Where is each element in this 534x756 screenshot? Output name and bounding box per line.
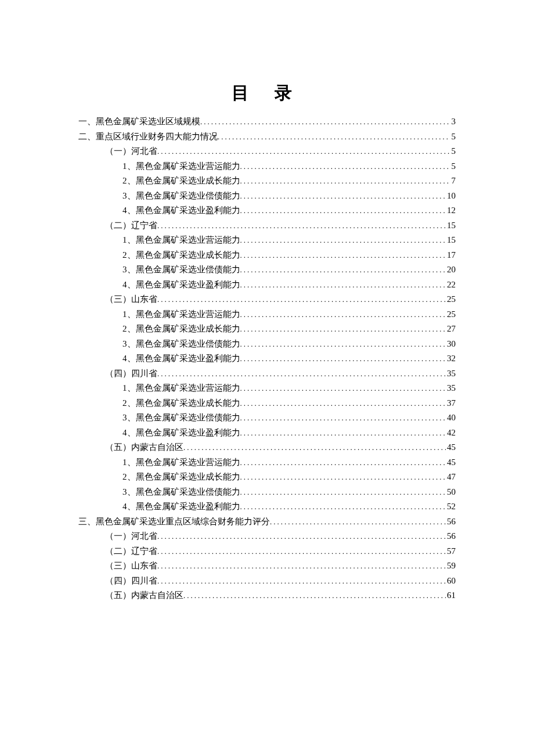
- toc-leader-dots: [240, 381, 446, 396]
- toc-entry-label: 二、重点区域行业财务四大能力情况: [78, 129, 218, 144]
- toc-entry: 3、黑色金属矿采选业偿债能力50: [78, 485, 456, 500]
- toc-leader-dots: [240, 397, 446, 411]
- toc-entry-page: 25: [446, 307, 456, 322]
- toc-entry: 4、黑色金属矿采选业盈利能力12: [78, 203, 456, 218]
- toc-entry: （二）辽宁省15: [78, 218, 456, 233]
- toc-entry-page: 25: [446, 292, 456, 307]
- toc-leader-dots: [157, 559, 446, 574]
- toc-entry: 1、黑色金属矿采选业营运能力25: [78, 307, 456, 322]
- toc-entry-label: （二）辽宁省: [105, 218, 157, 233]
- toc-entry-label: 4、黑色金属矿采选业盈利能力: [122, 351, 240, 366]
- toc-entry-page: 20: [446, 262, 456, 277]
- toc-entry: 2、黑色金属矿采选业成长能力7: [78, 174, 456, 189]
- toc-leader-dots: [157, 367, 446, 381]
- toc-leader-dots: [240, 411, 446, 426]
- toc-entry-label: （三）山东省: [105, 292, 157, 307]
- toc-entry: 2、黑色金属矿采选业成长能力47: [78, 470, 456, 485]
- toc-entry-label: 2、黑色金属矿采选业成长能力: [122, 174, 240, 188]
- toc-leader-dots: [240, 204, 446, 218]
- toc-entry: 4、黑色金属矿采选业盈利能力42: [78, 426, 456, 441]
- toc-entry-label: 4、黑色金属矿采选业盈利能力: [122, 499, 240, 514]
- toc-entry-page: 61: [446, 588, 456, 603]
- toc-entry-page: 5: [450, 159, 456, 174]
- toc-entry-label: 4、黑色金属矿采选业盈利能力: [122, 278, 240, 292]
- toc-entry-label: 4、黑色金属矿采选业盈利能力: [122, 203, 240, 218]
- toc-entry: 3、黑色金属矿采选业偿债能力30: [78, 337, 456, 352]
- toc-entry: 1、黑色金属矿采选业营运能力45: [78, 455, 456, 470]
- toc-entry: 3、黑色金属矿采选业偿债能力40: [78, 411, 456, 426]
- toc-entry: 4、黑色金属矿采选业盈利能力22: [78, 278, 456, 293]
- toc-entry-page: 5: [450, 144, 456, 159]
- toc-entry: （四）四川省35: [78, 366, 456, 381]
- toc-entry-page: 59: [446, 559, 456, 573]
- toc-entry-label: 3、黑色金属矿采选业偿债能力: [122, 337, 240, 351]
- toc-entry-page: 7: [450, 174, 456, 188]
- toc-leader-dots: [240, 352, 446, 366]
- toc-leader-dots: [183, 441, 446, 455]
- toc-leader-dots: [240, 233, 446, 248]
- toc-leader-dots: [270, 515, 446, 530]
- toc-leader-dots: [240, 500, 446, 514]
- toc-entry: 4、黑色金属矿采选业盈利能力32: [78, 351, 456, 366]
- toc-entry: 一、黑色金属矿采选业区域规模3: [78, 114, 456, 129]
- toc-leader-dots: [240, 160, 450, 174]
- toc-entry: 1、黑色金属矿采选业营运能力15: [78, 233, 456, 248]
- toc-entry-page: 45: [446, 455, 456, 470]
- toc-entry-page: 5: [450, 129, 456, 144]
- toc-entry-label: 一、黑色金属矿采选业区域规模: [78, 114, 200, 129]
- toc-entry-label: （四）四川省: [105, 366, 157, 381]
- toc-leader-dots: [157, 530, 446, 544]
- toc-leader-dots: [240, 322, 446, 337]
- toc-entry-label: 2、黑色金属矿采选业成长能力: [122, 322, 240, 336]
- toc-entry-page: 32: [446, 351, 456, 366]
- toc-entry-label: （一）河北省: [105, 144, 157, 159]
- toc-entry-label: 3、黑色金属矿采选业偿债能力: [122, 262, 240, 277]
- toc-entry-label: 2、黑色金属矿采选业成长能力: [122, 470, 240, 484]
- toc-entry-label: 2、黑色金属矿采选业成长能力: [122, 248, 240, 262]
- toc-leader-dots: [240, 456, 446, 470]
- toc-leader-dots: [240, 308, 446, 322]
- toc-entry: 2、黑色金属矿采选业成长能力27: [78, 322, 456, 337]
- toc-entry-page: 15: [446, 233, 456, 247]
- toc-entry-page: 12: [446, 203, 456, 218]
- toc-leader-dots: [240, 263, 446, 278]
- toc-entry-page: 17: [446, 248, 456, 262]
- toc-entry: （三）山东省25: [78, 292, 456, 307]
- toc-leader-dots: [240, 189, 446, 204]
- toc-entry-label: （二）辽宁省: [105, 544, 157, 559]
- toc-leader-dots: [240, 278, 446, 293]
- toc-entry-page: 60: [446, 574, 456, 588]
- toc-leader-dots: [218, 130, 450, 145]
- toc-entry-page: 56: [446, 514, 456, 529]
- toc-entry-page: 22: [446, 278, 456, 292]
- toc-entry: 3、黑色金属矿采选业偿债能力20: [78, 262, 456, 278]
- toc-entry-label: 3、黑色金属矿采选业偿债能力: [122, 411, 240, 425]
- toc-entry-page: 42: [446, 426, 456, 440]
- toc-entry-page: 30: [446, 337, 456, 351]
- table-of-contents: 一、黑色金属矿采选业区域规模3二、重点区域行业财务四大能力情况5（一）河北省51…: [78, 114, 456, 603]
- toc-entry-page: 40: [446, 411, 456, 425]
- toc-entry-page: 35: [446, 381, 456, 395]
- toc-entry-label: 4、黑色金属矿采选业盈利能力: [122, 426, 240, 440]
- toc-entry: 1、黑色金属矿采选业营运能力5: [78, 159, 456, 174]
- toc-entry-page: 57: [446, 544, 456, 559]
- toc-entry: 4、黑色金属矿采选业盈利能力52: [78, 499, 456, 514]
- toc-entry: （二）辽宁省57: [78, 544, 456, 559]
- toc-entry-label: （五）内蒙古自治区: [105, 588, 183, 603]
- toc-leader-dots: [200, 115, 450, 129]
- toc-leader-dots: [183, 589, 446, 603]
- toc-entry: 2、黑色金属矿采选业成长能力17: [78, 248, 456, 263]
- toc-entry-label: 1、黑色金属矿采选业营运能力: [122, 159, 240, 174]
- toc-entry-label: （三）山东省: [105, 559, 157, 573]
- page-title: 目 录: [78, 81, 456, 105]
- toc-entry: （一）河北省5: [78, 144, 456, 159]
- toc-entry-label: 3、黑色金属矿采选业偿债能力: [122, 485, 240, 499]
- toc-entry-label: 1、黑色金属矿采选业营运能力: [122, 455, 240, 470]
- toc-entry-page: 15: [446, 218, 456, 233]
- toc-entry: 二、重点区域行业财务四大能力情况5: [78, 129, 456, 145]
- toc-entry-page: 37: [446, 396, 456, 411]
- toc-entry-label: 3、黑色金属矿采选业偿债能力: [122, 189, 240, 203]
- toc-leader-dots: [157, 145, 450, 159]
- toc-entry-label: 三、黑色金属矿采选业重点区域综合财务能力评分: [78, 514, 270, 529]
- toc-entry-page: 50: [446, 485, 456, 499]
